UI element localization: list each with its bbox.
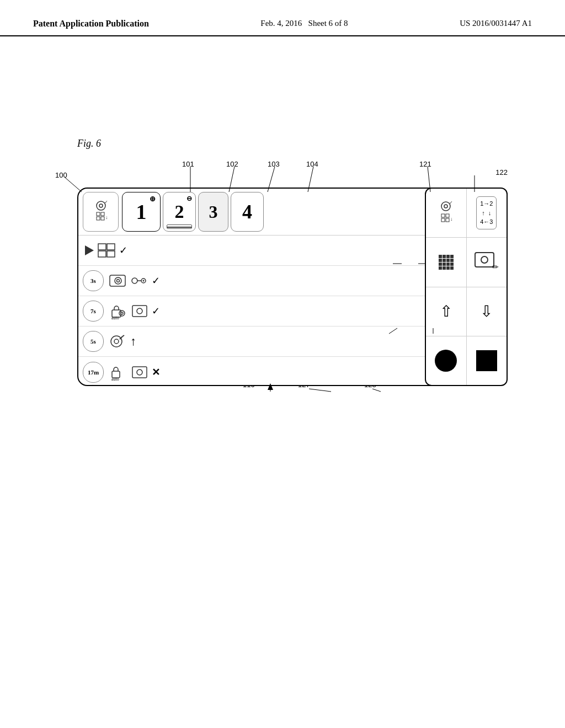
up-arrow-button[interactable]: ⇧	[426, 287, 467, 336]
svg-rect-4	[101, 212, 104, 216]
row-2: 3s ✓ 2	[78, 266, 484, 296]
svg-point-24	[111, 336, 122, 347]
tab-3[interactable]: 3	[198, 192, 228, 232]
camera-edit-icon: ✏	[475, 252, 499, 272]
svg-point-1	[99, 204, 103, 207]
tab-4[interactable]: 4	[231, 192, 264, 232]
tab-bar: ✓ ↓ 1 ⊕ 2 ⊖	[78, 189, 484, 235]
circle-button[interactable]	[426, 336, 467, 385]
right-settings-icon: ✓ ↓	[435, 199, 457, 227]
ref-122: 122	[495, 168, 508, 176]
svg-point-13	[115, 277, 121, 284]
row-3-badge: 7s	[83, 301, 104, 322]
ref-100: 100	[55, 171, 67, 179]
ref-101: 101	[182, 160, 194, 168]
ref-104: 104	[306, 160, 318, 168]
grid-button[interactable]	[426, 238, 467, 286]
svg-line-53	[372, 389, 381, 392]
cable-icon	[130, 273, 149, 288]
row-2-badge: 3s	[83, 270, 104, 291]
publication-title: Patent Application Publication	[33, 18, 149, 30]
grid-layout-icon	[97, 243, 116, 258]
row-5: 17m ← ✕ auto	[78, 357, 484, 386]
svg-point-32	[444, 205, 447, 208]
tab-2-arrow: ⊖	[186, 195, 192, 203]
row-5-x: ✕	[152, 366, 160, 378]
pencil-icon: ✏	[492, 263, 499, 272]
rows-area: ✓ 1 3s	[78, 235, 484, 385]
down-arrow-icon: ⇩	[480, 304, 493, 319]
svg-rect-29	[132, 367, 147, 378]
svg-point-25	[114, 339, 119, 344]
svg-rect-10	[98, 251, 106, 257]
svg-text:↓: ↓	[105, 215, 108, 220]
figure-label: Fig. 6	[77, 138, 101, 149]
row-3-auto: auto	[111, 315, 119, 320]
diagram-area: 100 101 102 103 104 121 122 123 124 125 …	[55, 165, 508, 397]
row-4: 5s ↑ 4	[78, 326, 484, 357]
row-2-check: ✓	[152, 275, 160, 287]
svg-point-20	[119, 311, 125, 316]
tab-2-number: 2	[175, 201, 184, 222]
svg-rect-12	[110, 275, 125, 286]
ui-panel: ✓ ↓ 1 ⊕ 2 ⊖	[77, 188, 486, 386]
svg-line-52	[309, 389, 331, 392]
svg-rect-37	[446, 218, 449, 222]
right-sequence-box: 1→2↑ ↓4←3	[467, 189, 507, 237]
play-icon	[85, 245, 94, 255]
down-arrow-button[interactable]: ⇩	[467, 287, 507, 336]
svg-text:✓: ✓	[104, 200, 108, 205]
page-header: Patent Application Publication Feb. 4, 2…	[0, 0, 565, 36]
ref-121: 121	[419, 160, 431, 168]
header-date-sheet: Feb. 4, 2016 Sheet 6 of 8	[260, 18, 348, 29]
svg-rect-8	[98, 244, 106, 250]
svg-rect-34	[441, 214, 445, 217]
up-arrow-icon: ⇧	[440, 304, 452, 319]
svg-rect-9	[107, 244, 115, 250]
svg-line-27	[122, 335, 124, 336]
svg-point-30	[137, 370, 142, 375]
svg-point-15	[132, 278, 137, 283]
tab-4-number: 4	[242, 200, 252, 223]
tab-2-box	[167, 224, 192, 229]
tab-1[interactable]: 1 ⊕	[122, 192, 161, 232]
svg-point-21	[121, 312, 123, 314]
row-1: ✓ 1	[78, 235, 484, 266]
square-button[interactable]	[467, 336, 507, 385]
target-icon	[109, 334, 127, 349]
right-panel: ✓ ↓ 1→2↑ ↓4←3	[425, 188, 508, 386]
svg-rect-35	[446, 214, 449, 217]
svg-point-14	[117, 280, 120, 282]
row-4-badge: 5s	[83, 331, 104, 352]
tab-left-icon: ✓ ↓	[83, 192, 119, 232]
settings-icon: ✓ ↓	[90, 198, 112, 226]
row-3-check: ✓	[152, 305, 160, 317]
tab-2[interactable]: 2 ⊖	[163, 192, 196, 232]
camera-lens	[481, 256, 488, 264]
svg-text:↓: ↓	[450, 216, 453, 222]
svg-rect-11	[107, 251, 115, 257]
svg-point-23	[137, 308, 142, 314]
svg-rect-22	[132, 306, 147, 317]
publication-date: Feb. 4, 2016	[260, 19, 302, 28]
right-panel-icons: ✓ ↓	[426, 189, 467, 237]
right-bottom	[426, 336, 507, 385]
ref-102: 102	[226, 160, 238, 168]
ref-103: 103	[268, 160, 280, 168]
row-4-arrow: ↑	[130, 334, 136, 349]
viewfinder2-icon	[130, 303, 149, 319]
tab-3-number: 3	[209, 202, 218, 222]
row-1-check: ✓	[119, 244, 127, 256]
viewfinder3-icon	[130, 365, 149, 380]
camera-edit-button[interactable]: ✏	[467, 238, 507, 286]
circle-icon	[435, 350, 457, 372]
grid-icon	[439, 255, 454, 270]
right-mid: ✏	[426, 238, 507, 287]
square-icon	[476, 350, 497, 371]
camera-icon	[475, 252, 494, 267]
svg-rect-36	[441, 218, 445, 222]
svg-rect-6	[101, 217, 104, 220]
right-arrows: ⇧ ⇩	[426, 287, 507, 336]
viewfinder-icon	[109, 273, 127, 288]
row-5-auto: auto	[111, 377, 119, 382]
